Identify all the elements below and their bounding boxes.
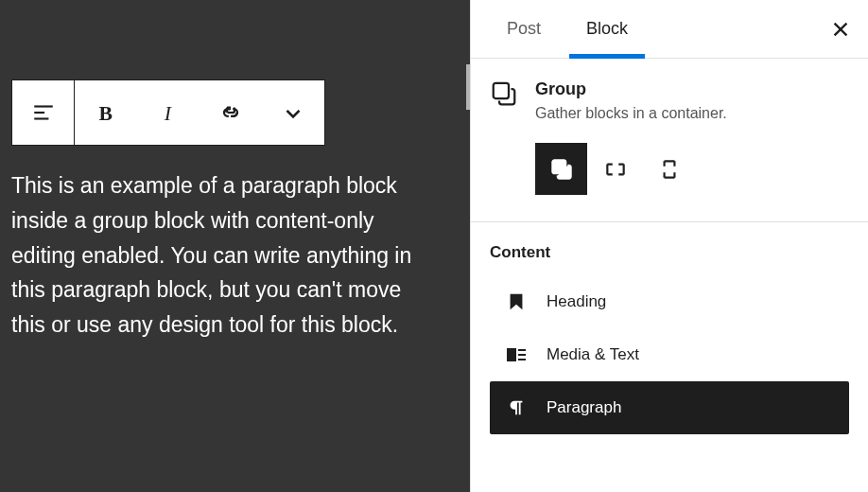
italic-button[interactable]: I (137, 80, 200, 145)
paragraph-block[interactable]: This is an example of a paragraph block … (8, 168, 462, 343)
content-item-paragraph[interactable]: Paragraph (490, 381, 849, 434)
svg-rect-12 (518, 349, 526, 351)
tab-block[interactable]: Block (564, 0, 651, 58)
sidebar-tabs: Post Block (471, 0, 868, 59)
close-sidebar-button[interactable] (826, 15, 855, 44)
link-button[interactable] (200, 80, 262, 145)
layout-stack-button[interactable] (643, 143, 695, 195)
layout-options (535, 143, 849, 195)
block-info-panel: Group Gather blocks in a container. (471, 59, 868, 222)
heading-icon (505, 290, 528, 313)
block-description: Gather blocks in a container. (535, 105, 849, 122)
content-item-label: Media & Text (547, 345, 639, 364)
content-item-label: Heading (547, 292, 606, 311)
settings-sidebar: Post Block Group Gather blocks in a cont… (470, 0, 868, 492)
content-section-title: Content (490, 243, 849, 262)
block-toolbar: B I (11, 79, 325, 146)
content-item-label: Paragraph (547, 398, 621, 417)
more-button[interactable] (262, 80, 324, 145)
svg-text:B: B (98, 102, 112, 125)
svg-rect-11 (507, 348, 516, 361)
media-text-icon (505, 343, 528, 366)
content-item-heading[interactable]: Heading (490, 275, 849, 328)
svg-text:I: I (164, 102, 173, 125)
svg-rect-9 (494, 83, 509, 98)
group-icon (490, 79, 518, 108)
svg-rect-13 (518, 354, 526, 356)
layout-row-button[interactable] (589, 143, 641, 195)
content-section: Content Heading Media & Text (471, 222, 868, 434)
editor-canvas: B I This is an example of a paragraph bl… (0, 0, 470, 492)
svg-rect-14 (518, 359, 526, 360)
content-item-media-text[interactable]: Media & Text (490, 328, 849, 381)
layout-group-button[interactable] (535, 143, 587, 195)
block-title: Group (535, 79, 849, 99)
paragraph-icon (505, 396, 528, 419)
align-button[interactable] (12, 80, 75, 145)
bold-button[interactable]: B (75, 80, 137, 145)
tab-post[interactable]: Post (484, 0, 564, 58)
